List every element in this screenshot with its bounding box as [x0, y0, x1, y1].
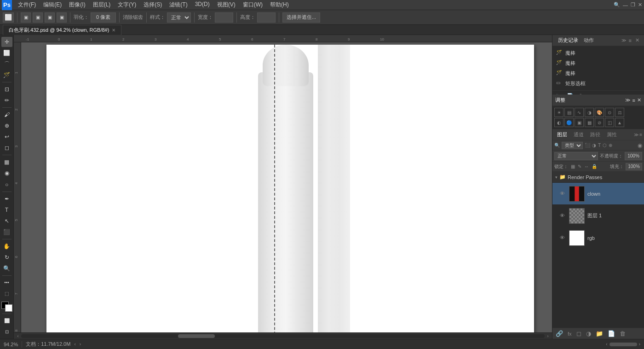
clone-tool[interactable]: ⊕	[1, 121, 12, 131]
search-btn[interactable]: 🔍	[614, 2, 620, 8]
layers-panel-menu[interactable]: ≡	[639, 132, 642, 137]
filter-shape-icon[interactable]: ⬡	[603, 143, 607, 148]
eye-icon-layer1[interactable]: 👁	[560, 213, 566, 219]
select-mask-btn[interactable]: 选择并遮住...	[282, 12, 320, 23]
exclude-btn[interactable]: ▣	[57, 12, 67, 23]
menu-3d[interactable]: 3D(D)	[192, 0, 213, 10]
menu-window[interactable]: 窗口(W)	[240, 0, 266, 10]
path-select-tool[interactable]: ↖	[1, 216, 12, 226]
extra-tools[interactable]: •••	[1, 278, 12, 288]
lock-artboard-icon[interactable]: ↔	[583, 163, 590, 169]
style-select[interactable]: 正常	[167, 12, 191, 23]
lasso-tool[interactable]: ⌒	[1, 59, 12, 69]
adj-vibrance-icon[interactable]: 🎨	[595, 108, 604, 117]
panel-menu-btn[interactable]: ≡	[628, 37, 632, 44]
magic-wand-tool[interactable]: 🪄	[1, 70, 12, 80]
history-brush-tool[interactable]: ↩	[1, 132, 12, 142]
panel-close-btn[interactable]: ✕	[634, 36, 640, 44]
layer-rgb[interactable]: 👁 rgb	[552, 227, 644, 249]
subtract-btn[interactable]: ▣	[33, 12, 43, 23]
shape-tool[interactable]: ⬛	[1, 227, 12, 237]
history-item-2[interactable]: 🪄 魔棒	[554, 68, 642, 78]
lock-all-icon[interactable]: 🔒	[591, 163, 598, 169]
gradient-tool[interactable]: ▦	[1, 157, 12, 167]
adj-channel-mixer-icon[interactable]: ▣	[575, 118, 584, 127]
adjustments-menu-btn[interactable]: ≡	[632, 98, 635, 103]
layer-layer1[interactable]: 👁 图层 1	[552, 205, 644, 227]
tab-close-icon[interactable]: ✕	[112, 28, 115, 33]
crop-tool[interactable]: ⊡	[1, 84, 12, 94]
eraser-tool[interactable]: ◻	[1, 143, 12, 153]
menu-layer[interactable]: 图层(L)	[90, 0, 114, 10]
document-tab[interactable]: 白色牙刷.432.psd @ 94.2% (clown, RGB/8#) ✕	[3, 25, 121, 35]
filter-pixel-icon[interactable]: ⬛	[585, 143, 590, 148]
quick-mask[interactable]: ⬜	[1, 316, 12, 326]
brush-tool[interactable]: 🖌	[1, 110, 12, 120]
adj-hsl-icon[interactable]: ⊙	[605, 108, 614, 117]
filter-smart-icon[interactable]: ⊕	[609, 143, 612, 148]
layer-group-render-passes[interactable]: ▾ 📁 Render Passes	[552, 172, 644, 183]
history-item-3[interactable]: ▭ 矩形选框	[554, 78, 642, 88]
zoom-tool[interactable]: 🔍	[1, 263, 12, 273]
color-selector[interactable]	[1, 302, 12, 312]
layer-group-btn[interactable]: 📁	[594, 329, 604, 338]
menu-image[interactable]: 图像(I)	[66, 0, 88, 10]
adj-poster-icon[interactable]: ◫	[605, 118, 614, 127]
scroll-right-btn[interactable]: ›	[545, 333, 551, 339]
adj-exposure-icon[interactable]: ◑	[585, 108, 594, 117]
adjustments-expand-btn[interactable]: ≫	[625, 97, 631, 103]
lock-pixels-icon[interactable]: ▦	[570, 163, 576, 169]
filter-adj-icon[interactable]: ◑	[592, 143, 596, 148]
pen-tool[interactable]: ✒	[1, 194, 12, 204]
scroll-track[interactable]	[21, 334, 545, 338]
adj-invert-icon[interactable]: ⊘	[595, 118, 604, 127]
status-arrow-right[interactable]: ›	[80, 342, 81, 347]
layer-delete-btn[interactable]: 🗑	[618, 329, 627, 338]
adj-threshold-icon[interactable]: ▲	[615, 118, 624, 127]
tab-channels[interactable]: 通道	[571, 130, 586, 139]
layer-clown[interactable]: 👁 clown	[552, 183, 644, 205]
menu-edit[interactable]: 编辑(E)	[40, 0, 65, 10]
adj-bright-icon[interactable]: ☀	[554, 108, 564, 117]
text-tool[interactable]: T	[1, 205, 12, 215]
history-item-0[interactable]: 🪄 魔棒	[554, 48, 642, 58]
blend-mode-select[interactable]: 正常	[554, 152, 598, 160]
layer-adjustment-btn[interactable]: ◑	[585, 329, 592, 338]
scroll-left-btn[interactable]: ‹	[15, 333, 21, 339]
menu-text[interactable]: 文字(Y)	[115, 0, 139, 10]
layer-mask-btn[interactable]: ◻	[575, 329, 583, 338]
adjustments-close-btn[interactable]: ✕	[637, 97, 641, 103]
menu-help[interactable]: 帮助(H)	[267, 0, 292, 10]
toolbar-tool-icon[interactable]: ⬜	[3, 12, 14, 23]
adj-color-balance-icon[interactable]: ⚖	[615, 108, 624, 117]
adj-photo-filter-icon[interactable]: 🔵	[564, 118, 574, 127]
scroll-thumb[interactable]	[178, 334, 215, 338]
layer-link-btn[interactable]: 🔗	[554, 329, 564, 338]
snapshot-btn[interactable]: 📷	[554, 92, 564, 95]
layer-fx-btn[interactable]: fx	[566, 330, 573, 337]
move-tool[interactable]: ✛	[1, 37, 12, 47]
intersect-btn[interactable]: ▣	[45, 12, 55, 23]
delete-state-btn[interactable]: 🗑	[576, 92, 586, 95]
layer-new-btn[interactable]: 📄	[606, 329, 616, 338]
new-layer-btn[interactable]: ▣	[21, 12, 31, 23]
menu-file[interactable]: 文件(F)	[15, 0, 39, 10]
history-tab[interactable]: 历史记录	[556, 36, 580, 45]
eye-icon-rgb[interactable]: 👁	[560, 235, 566, 241]
blur-tool[interactable]: ◉	[1, 168, 12, 178]
eyedropper-tool[interactable]: ✏	[1, 95, 12, 105]
adj-levels-icon[interactable]: ▤	[564, 108, 574, 117]
menu-select[interactable]: 选择(S)	[140, 0, 165, 10]
eye-icon-clown[interactable]: 👁	[560, 191, 566, 197]
tab-layers[interactable]: 图层	[554, 130, 570, 139]
layer-type-select[interactable]: 类型	[562, 142, 583, 149]
adj-colorlookup-icon[interactable]: ▦	[585, 118, 594, 127]
filter-toggle[interactable]: ◉	[638, 142, 642, 149]
filter-text-icon[interactable]: T	[598, 143, 601, 148]
opacity-input[interactable]	[625, 152, 642, 160]
feather-input[interactable]	[91, 12, 116, 23]
layers-panel-expand[interactable]: ≫	[634, 132, 638, 137]
panel-expand-btn[interactable]: ≫	[621, 38, 626, 43]
screen-mode-btn[interactable]: ⊡	[1, 327, 12, 337]
history-item-1[interactable]: 🪄 魔棒	[554, 58, 642, 68]
